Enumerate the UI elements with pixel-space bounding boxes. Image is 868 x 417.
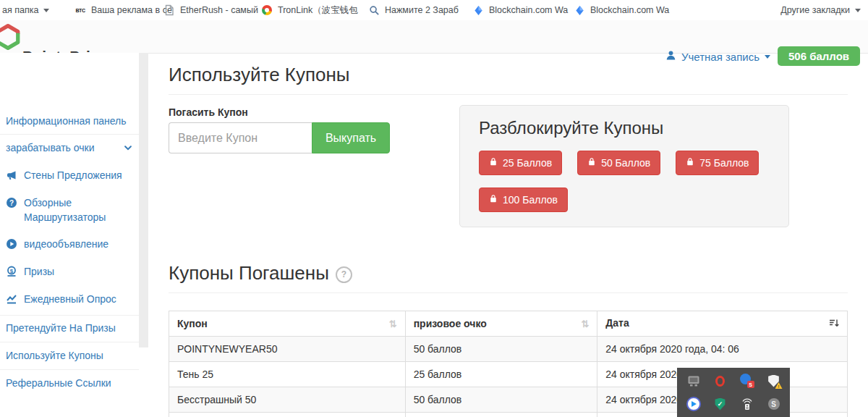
bookmark-item[interactable]: Нажмите 2 Зараб xyxy=(368,0,459,20)
bookmarks-bar: ая папка BTC Ваша реклама в се EtherRush… xyxy=(0,0,868,21)
sidebar-divider xyxy=(139,53,148,348)
bookmark-item[interactable]: BTC Ваша реклама в се xyxy=(75,0,172,20)
page-icon xyxy=(163,4,175,16)
divider xyxy=(169,292,848,293)
sidebar-item-label: Информационная панель xyxy=(6,114,127,128)
column-header-points[interactable]: призовое очко ⇅ xyxy=(405,311,597,337)
green-shield-check-icon[interactable]: ✓ xyxy=(713,397,728,411)
table-row[interactable]: POINTYNEWYEAR50 50 баллов 24 октября 202… xyxy=(169,337,848,362)
redeem-button[interactable]: Выкупать xyxy=(312,122,390,153)
person-icon xyxy=(665,50,676,63)
bookmark-item[interactable]: EtherRush - самый xyxy=(163,0,258,20)
lock-icon xyxy=(489,157,498,169)
unlock-button-label: 75 Баллов xyxy=(699,157,749,169)
bookmark-label: Blockchain.com Wa xyxy=(590,5,669,15)
history-title: Купоны Погашены? xyxy=(169,262,352,285)
bookmark-label: Ваша реклама в се xyxy=(91,5,172,15)
svg-text:?: ? xyxy=(9,199,14,207)
media-player-icon[interactable] xyxy=(686,397,701,411)
sidebar-item-claim-prizes[interactable]: Претендуйте На Призы xyxy=(0,321,139,335)
blockchain-icon xyxy=(574,4,585,16)
chevron-down-icon xyxy=(765,55,770,59)
opera-icon[interactable] xyxy=(713,374,728,388)
sidebar-item-video-ads[interactable]: видеообъявление xyxy=(0,237,139,251)
lock-icon xyxy=(686,157,694,169)
sidebar-item-label: Ежедневный Опрос xyxy=(24,292,116,306)
blue-red-app-icon[interactable]: S xyxy=(740,374,754,388)
bookmark-item[interactable]: TronLink（波宝钱包 xyxy=(261,0,358,20)
btc-icon: BTC xyxy=(75,4,86,16)
monitor-icon[interactable] xyxy=(686,374,701,388)
points-cell xyxy=(405,413,597,417)
bookmark-folder[interactable]: ая папка xyxy=(2,0,49,20)
bookmark-folder-label: ая папка xyxy=(2,5,38,15)
unlock-coupons-panel: Разблокируйте Купоны 25 Баллов 50 Баллов… xyxy=(459,105,789,227)
sidebar-item-label: Обзорные Маршрутизаторы xyxy=(24,195,125,224)
unlock-25-button[interactable]: 25 Баллов xyxy=(479,151,562,175)
points-cell: 50 баллов xyxy=(405,387,597,413)
coupon-cell xyxy=(169,413,406,417)
divider xyxy=(0,342,139,342)
bookmark-item[interactable]: Blockchain.com Wa xyxy=(574,0,669,20)
megaphone-icon xyxy=(6,169,17,181)
points-cell: 50 баллов xyxy=(405,337,597,362)
unlock-button-label: 100 Баллов xyxy=(503,194,558,206)
table-header-row: Купон ⇅ призовое очко ⇅ Дата xyxy=(169,311,848,337)
sidebar-item-referral-links[interactable]: Реферальные Ссылки xyxy=(0,376,139,390)
sidebar-item-offer-walls[interactable]: Стены Предложения xyxy=(0,168,139,182)
skype-gray-icon[interactable]: S xyxy=(767,397,781,411)
sidebar: Информационная панель зарабатывать очки … xyxy=(0,53,148,417)
sidebar-item-prizes[interactable]: $ Призы xyxy=(0,264,139,279)
sort-desc-icon xyxy=(829,319,839,330)
sidebar-item-label: Претендуйте На Призы xyxy=(6,321,116,335)
points-cell: 25 баллов xyxy=(405,362,597,387)
sidebar-item-daily-poll[interactable]: Ежедневный Опрос xyxy=(0,292,139,306)
other-bookmarks-button[interactable]: Другие закладки xyxy=(780,0,861,20)
svg-text:$: $ xyxy=(10,268,14,274)
unlock-button-label: 50 Баллов xyxy=(601,157,650,169)
redeem-coupon-group: Выкупать xyxy=(169,122,390,153)
chart-line-icon xyxy=(6,293,17,305)
lock-icon xyxy=(587,157,596,169)
sidebar-item-survey-routers[interactable]: ? Обзорные Маршрутизаторы xyxy=(0,195,139,224)
defender-warning-icon[interactable]: ! xyxy=(767,374,781,388)
sidebar-item-use-coupons[interactable]: Используйте Купоны xyxy=(0,348,139,363)
sidebar-item-dashboard[interactable]: Информационная панель xyxy=(0,114,139,128)
coupon-cell: Бесстрашный 50 xyxy=(169,387,406,413)
antenna-icon[interactable] xyxy=(740,397,754,411)
bookmark-label: Blockchain.com Wa xyxy=(489,5,568,15)
unlock-50-button[interactable]: 50 Баллов xyxy=(577,151,660,175)
account-menu[interactable]: Учетная запись xyxy=(665,50,770,63)
coupon-input[interactable] xyxy=(169,122,312,153)
column-label: Купон xyxy=(177,318,208,329)
divider xyxy=(169,94,848,95)
coupon-cell: POINTYNEWYEAR50 xyxy=(169,337,406,362)
column-header-coupon[interactable]: Купон ⇅ xyxy=(169,311,406,337)
bookmark-label: EtherRush - самый xyxy=(180,5,258,15)
column-header-date[interactable]: Дата xyxy=(597,311,848,337)
unlock-panel-title: Разблокируйте Купоны xyxy=(479,118,770,138)
unlock-75-button[interactable]: 75 Баллов xyxy=(676,151,759,175)
sidebar-item-label: видеообъявление xyxy=(24,237,109,251)
coin-dollar-icon: $ xyxy=(6,266,17,277)
bookmark-label: Нажмите 2 Зараб xyxy=(385,5,459,15)
date-cell: 24 октября 2020 года, 04: 06 xyxy=(597,337,848,362)
sidebar-item-label: Реферальные Ссылки xyxy=(6,376,111,390)
sort-icon: ⇅ xyxy=(389,318,397,330)
magnifier-icon xyxy=(368,4,380,16)
bookmark-item[interactable]: Blockchain.com Wa xyxy=(472,0,568,20)
sidebar-item-earn-points[interactable]: зарабатывать очки xyxy=(0,140,139,155)
sort-icon: ⇅ xyxy=(581,318,589,330)
unlock-100-button[interactable]: 100 Баллов xyxy=(479,188,568,212)
sidebar-item-label: Используйте Купоны xyxy=(6,348,103,363)
history-title-text: Купоны Погашены xyxy=(169,262,329,284)
points-badge[interactable]: 506 баллов xyxy=(778,46,860,66)
help-icon[interactable]: ? xyxy=(336,266,352,283)
column-label: Дата xyxy=(605,317,629,329)
lock-icon xyxy=(489,194,498,206)
blockchain-icon xyxy=(472,4,484,16)
coupon-cell: Тень 25 xyxy=(169,362,406,387)
chevron-down-icon xyxy=(123,142,135,153)
divider xyxy=(0,134,139,135)
tronlink-icon xyxy=(261,4,273,16)
